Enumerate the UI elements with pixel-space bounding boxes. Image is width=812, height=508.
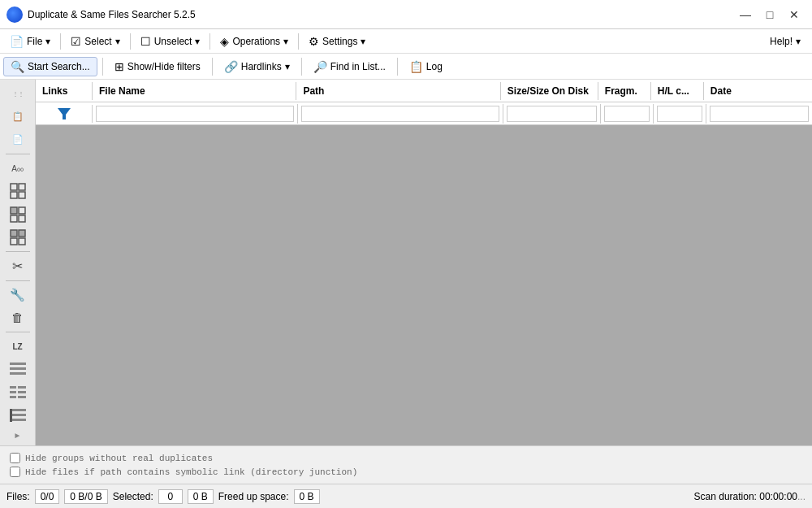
svg-rect-7	[19, 215, 25, 222]
svg-rect-9	[19, 230, 25, 237]
sidebar-btn-add[interactable]: A₀₀	[3, 158, 32, 179]
sidebar-btn-list1[interactable]	[3, 358, 32, 380]
sidebar-btn-group2[interactable]	[3, 204, 32, 225]
svg-rect-14	[10, 372, 26, 375]
maximize-button[interactable]: □	[758, 6, 781, 24]
help-arrow: ▾	[796, 36, 801, 47]
find-in-list-icon: 🔎	[313, 60, 327, 73]
file2-icon: 📄	[12, 134, 24, 145]
settings-label: Settings	[322, 36, 357, 47]
sidebar-btn-wrench[interactable]: 🔧	[3, 284, 32, 305]
col-date-header[interactable]: Date	[704, 82, 812, 100]
sidebar-btn-trash[interactable]: 🗑	[3, 307, 32, 328]
show-hide-filters-button[interactable]: ⊞ Show/Hide filters	[108, 58, 207, 76]
filter-path-input[interactable]	[301, 106, 499, 122]
menu-select[interactable]: ☑ Select ▾	[64, 33, 126, 50]
filter-row	[36, 102, 812, 125]
svg-rect-5	[19, 207, 25, 214]
file-arrow: ▾	[45, 36, 50, 47]
filter-size-input[interactable]	[507, 106, 597, 122]
log-label: Log	[426, 61, 443, 72]
sidebar-btn-file[interactable]: 📄	[3, 129, 32, 150]
sidebar-btn-list3[interactable]	[3, 405, 32, 426]
list2-icon	[10, 385, 26, 400]
sidebar-btn-group3[interactable]	[3, 227, 32, 248]
hide-groups-checkbox[interactable]	[10, 453, 20, 463]
filter-hl-input[interactable]	[657, 106, 702, 122]
scan-dots: ...	[797, 491, 806, 502]
filter-fragm-input[interactable]	[604, 106, 650, 122]
select-label: Select	[84, 36, 111, 47]
svg-rect-10	[11, 238, 17, 245]
scissors-icon: ✂	[12, 258, 23, 274]
main-area: ⋮⋮ 📋 📄 A₀₀	[0, 80, 812, 445]
hardlinks-button[interactable]: 🔗 Hardlinks ▾	[218, 58, 296, 76]
selected-count: 0	[158, 489, 183, 504]
list1-icon	[10, 362, 26, 376]
group3-icon	[10, 229, 26, 245]
sidebar-btn-list2[interactable]	[3, 382, 32, 403]
files-count: 0/0	[35, 489, 60, 504]
menu-unselect[interactable]: ☐ Unselect ▾	[134, 33, 207, 50]
col-fragm-header[interactable]: Fragm.	[598, 82, 651, 100]
hardlinks-label: Hardlinks	[241, 61, 282, 72]
table-body	[36, 125, 812, 445]
col-path-header[interactable]: Path	[296, 82, 500, 100]
svg-rect-1	[19, 184, 25, 190]
checkbox-row-1: Hide groups without real duplicates	[10, 451, 802, 465]
sidebar-div-2	[6, 251, 30, 252]
sidebar: ⋮⋮ 📋 📄 A₀₀	[0, 80, 36, 445]
close-button[interactable]: ✕	[783, 6, 806, 24]
filter-date-input[interactable]	[710, 106, 809, 122]
filter-hl-cell	[654, 104, 706, 124]
start-search-label: Start Search...	[28, 61, 90, 72]
toolbar-sep-4	[397, 58, 398, 76]
log-button[interactable]: 📋 Log	[403, 58, 449, 76]
col-links-header[interactable]: Links	[36, 82, 93, 100]
freed-label: Freed up space:	[218, 491, 289, 502]
operations-label: Operations	[232, 36, 280, 47]
col-hl-header[interactable]: H/L c...	[651, 82, 704, 100]
filter-funnel-icon	[57, 106, 71, 121]
operations-icon: ◈	[220, 35, 229, 48]
sidebar-btn-group1[interactable]	[3, 180, 32, 202]
settings-arrow: ▾	[361, 36, 365, 47]
sidebar-btn-scissors[interactable]: ✂	[3, 255, 32, 276]
svg-marker-25	[58, 108, 71, 119]
filter-filename-input[interactable]	[96, 106, 294, 122]
svg-rect-17	[10, 391, 16, 393]
group1-icon	[10, 183, 26, 199]
sidebar-div-3	[6, 280, 30, 281]
menu-operations[interactable]: ◈ Operations ▾	[214, 33, 295, 50]
operations-arrow: ▾	[283, 36, 288, 47]
menu-settings[interactable]: ⚙ Settings ▾	[302, 33, 372, 50]
menu-bar: 📄 File ▾ ☑ Select ▾ ☐ Unselect ▾ ◈ Opera…	[0, 29, 812, 54]
menu-file[interactable]: 📄 File ▾	[3, 33, 57, 50]
svg-rect-3	[19, 192, 25, 198]
table-header: Links File Name Path Size/Size On Disk F…	[36, 80, 812, 102]
toolbar-sep-3	[301, 58, 302, 76]
svg-rect-13	[10, 367, 26, 370]
col-filename-header[interactable]: File Name	[93, 82, 296, 100]
menu-help[interactable]: Help! ▾	[762, 33, 809, 50]
start-search-button[interactable]: 🔍 Start Search...	[3, 57, 97, 76]
svg-rect-6	[11, 215, 17, 222]
hide-symbolic-checkbox[interactable]	[10, 467, 20, 477]
scan-duration-label: Scan duration: 00:00:00	[694, 491, 797, 502]
svg-rect-4	[11, 207, 17, 214]
files-size: 0 B/0 B	[64, 489, 107, 504]
sidebar-btn-lz[interactable]: LZ	[3, 336, 32, 357]
col-size-header[interactable]: Size/Size On Disk	[501, 82, 598, 100]
toolbar-sep-2	[212, 58, 213, 76]
selected-size: 0 B	[188, 489, 214, 504]
sidebar-btn-copy[interactable]: 📋	[3, 106, 32, 127]
sidebar-scroll[interactable]: ►	[3, 428, 32, 442]
filter-filename-cell	[93, 104, 298, 124]
find-in-list-button[interactable]: 🔎 Find in List...	[307, 58, 392, 76]
svg-rect-8	[11, 230, 17, 237]
menu-sep-3	[209, 33, 210, 50]
file-icon: 📄	[10, 35, 24, 48]
minimize-button[interactable]: —	[734, 6, 757, 24]
help-label: Help!	[770, 36, 793, 47]
title-bar-left: Duplicate & Same Files Searcher 5.2.5	[6, 7, 196, 23]
